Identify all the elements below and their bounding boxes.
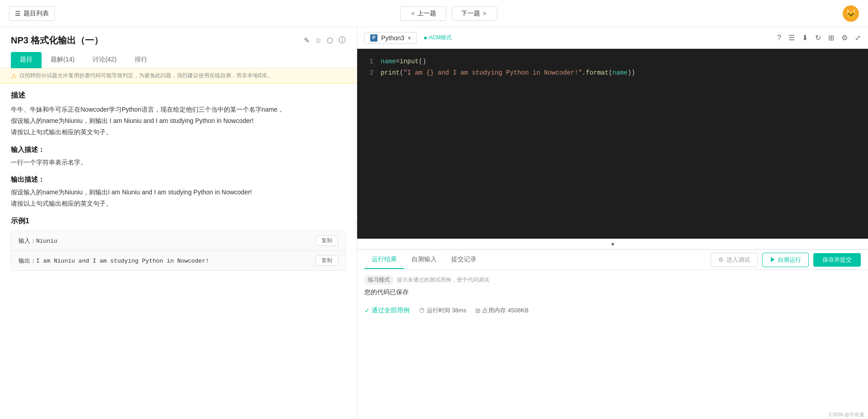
tab-run-result[interactable]: 运行结果 xyxy=(364,251,404,269)
debug-icon: ⚙ xyxy=(718,256,724,263)
code-content: print("I am {} and I am studying Python … xyxy=(381,67,635,79)
tab-solution[interactable]: 题解(14) xyxy=(42,52,84,68)
tab-ranking[interactable]: 排行 xyxy=(126,52,156,68)
nav-buttons: ＜ 上一题 下一题 ＞ xyxy=(400,6,498,21)
memory-icon: ⊞ xyxy=(475,307,481,314)
bottom-actions: ⚙ 进入调试 ▶ 自测运行 保存并提交 xyxy=(711,253,861,267)
bottom-panel: 运行结果 自测输入 提交记录 ⚙ 进入调试 ▶ 自测运行 xyxy=(357,250,868,325)
acm-dot xyxy=(424,37,427,39)
output-title: 输出描述： xyxy=(11,175,346,184)
tab-submit-history[interactable]: 提交记录 xyxy=(444,251,484,269)
saved-text: 您的代码已保存 xyxy=(364,288,861,297)
download-icon[interactable]: ⬇ xyxy=(802,33,808,42)
collapse-button[interactable]: ▾ xyxy=(357,239,868,250)
warning-icon: ⚠ xyxy=(11,72,17,80)
problem-title-row: NP3 格式化输出（一） ✎ ☆ ⬡ ⓘ xyxy=(11,34,346,47)
chevron-down-icon: ▾ xyxy=(611,240,614,248)
language-label: Python3 xyxy=(381,34,404,42)
chevron-down-icon: ▾ xyxy=(408,34,411,42)
drag-handle[interactable]: ⋮ xyxy=(353,210,357,237)
example-title: 示例1 xyxy=(11,217,346,226)
clock-icon: ⏱ xyxy=(419,307,425,314)
success-row: ✓ 通过全部用例 ⏱ 运行时间 38ms ⊞ 占用内存 4508KB xyxy=(364,302,861,319)
problem-title: NP3 格式化输出（一） xyxy=(11,34,103,47)
info-icon[interactable]: ⓘ xyxy=(339,36,346,45)
code-content: name=input() xyxy=(381,56,426,67)
problem-list-label: 题目列表 xyxy=(24,9,49,18)
practice-hint: 提示未通过的测试用例，便于代码调试 xyxy=(397,276,489,284)
header: ☰ 题目列表 ＜ 上一题 下一题 ＞ 🐱 xyxy=(0,0,868,27)
description-title: 描述 xyxy=(11,91,346,100)
editor-tools: ? ☰ ⬇ ↻ ⊞ ⚙ ⤢ xyxy=(777,33,861,42)
example-output-text: 输出：I am Niuniu and I am studying Python … xyxy=(19,257,209,265)
star-icon[interactable]: ☆ xyxy=(315,36,321,45)
bottom-tabs: 运行结果 自测输入 提交记录 xyxy=(364,251,484,269)
fullscreen-icon[interactable]: ⤢ xyxy=(855,33,861,42)
problem-icons: ✎ ☆ ⬡ ⓘ xyxy=(304,36,346,45)
tab-discussion[interactable]: 讨论(42) xyxy=(84,52,126,68)
example-output-row: 输出：I am Niuniu and I am studying Python … xyxy=(11,251,345,270)
result-area: 练习模式 提示未通过的测试用例，便于代码调试 您的代码已保存 ✓ 通过全部用例 … xyxy=(357,270,868,325)
check-icon: ✓ xyxy=(364,307,370,314)
layout-icon[interactable]: ⊞ xyxy=(828,33,834,42)
main-layout: NP3 格式化输出（一） ✎ ☆ ⬡ ⓘ 题目 题解(14) 讨论(42) xyxy=(0,27,868,419)
description-content: 牛牛、牛妹和牛可乐正在Nowcoder学习Python语言，现在给定他们三个当中… xyxy=(11,104,346,138)
run-button[interactable]: ▶ 自测运行 xyxy=(762,253,809,267)
footer-text: CSDN @不良俊 xyxy=(826,410,868,419)
avatar[interactable]: 🐱 xyxy=(843,5,859,22)
list-icon: ☰ xyxy=(15,10,21,17)
tabs: 题目 题解(14) 讨论(42) 排行 xyxy=(11,52,346,68)
input-content: 一行一个字符串表示名字。 xyxy=(11,157,346,168)
example-section: 示例1 输入：Niuniu 复制 输出：I am Niuniu and I am… xyxy=(11,217,346,271)
acm-mode: ACM模式 xyxy=(424,34,452,42)
edit-icon[interactable]: ✎ xyxy=(304,36,310,45)
left-panel: NP3 格式化输出（一） ✎ ☆ ⬡ ⓘ 题目 题解(14) 讨论(42) xyxy=(0,27,357,419)
problem-content: ⚠ 仅招聘部分试题允许复用抄袭代码可能导致判定，为避免此问题，强烈建议使用在线自… xyxy=(0,68,357,419)
acm-mode-label: ACM模式 xyxy=(429,34,452,42)
copy-output-button[interactable]: 复制 xyxy=(316,255,338,266)
settings-icon[interactable]: ⚙ xyxy=(841,33,848,42)
right-panel: P Python3 ▾ ACM模式 ? ☰ ⬇ ↻ ⊞ ⚙ ⤢ xyxy=(357,27,868,419)
warning-text: 仅招聘部分试题允许复用抄袭代码可能导致判定，为避免此问题，强烈建议使用在线自测，… xyxy=(19,72,273,80)
line-number: 1 xyxy=(364,56,373,67)
copy-input-button[interactable]: 复制 xyxy=(316,235,338,246)
code-line-1: 1 name=input() xyxy=(364,56,861,67)
input-section: 输入描述： 一行一个字符串表示名字。 xyxy=(11,146,346,168)
description-section: 描述 牛牛、牛妹和牛可乐正在Nowcoder学习Python语言，现在给定他们三… xyxy=(11,91,346,138)
input-title: 输入描述： xyxy=(11,146,346,154)
code-line-2: 2 print("I am {} and I am studying Pytho… xyxy=(364,67,861,79)
warning-bar: ⚠ 仅招聘部分试题允许复用抄袭代码可能导致判定，为避免此问题，强烈建议使用在线自… xyxy=(0,68,357,84)
tab-problem[interactable]: 题目 xyxy=(11,52,42,68)
memory-stat: ⊞ 占用内存 4508KB xyxy=(475,306,528,315)
practice-badge: 练习模式 xyxy=(364,275,393,285)
example-box: 输入：Niuniu 复制 输出：I am Niuniu and I am stu… xyxy=(11,231,346,271)
drag-dots-icon: ⋮ xyxy=(351,218,357,228)
bottom-tabs-row: 运行结果 自测输入 提交记录 ⚙ 进入调试 ▶ 自测运行 xyxy=(357,250,868,270)
example-input-text: 输入：Niuniu xyxy=(19,237,57,245)
next-button[interactable]: 下一题 ＞ xyxy=(452,6,498,21)
prev-button[interactable]: ＜ 上一题 xyxy=(400,6,446,21)
success-badge: ✓ 通过全部用例 xyxy=(364,306,410,315)
output-section: 输出描述： 假设输入的name为Niuniu，则输出I am Niuniu an… xyxy=(11,175,346,209)
python-icon: P xyxy=(370,34,377,42)
header-right: 🐱 xyxy=(843,5,859,22)
practice-mode-row: 练习模式 提示未通过的测试用例，便于代码调试 xyxy=(364,275,861,285)
submit-button[interactable]: 保存并提交 xyxy=(813,253,861,267)
run-time-stat: ⏱ 运行时间 38ms xyxy=(419,306,466,315)
debug-button[interactable]: ⚙ 进入调试 xyxy=(711,253,758,267)
help-icon[interactable]: ? xyxy=(777,34,781,42)
editor-header: P Python3 ▾ ACM模式 ? ☰ ⬇ ↻ ⊞ ⚙ ⤢ xyxy=(357,27,868,49)
share-icon[interactable]: ⬡ xyxy=(327,36,333,45)
language-selector[interactable]: P Python3 ▾ xyxy=(364,32,417,44)
list-icon[interactable]: ☰ xyxy=(788,33,795,42)
line-number: 2 xyxy=(364,67,373,79)
problem-list-button[interactable]: ☰ 题目列表 xyxy=(9,6,55,21)
problem-header: NP3 格式化输出（一） ✎ ☆ ⬡ ⓘ 题目 题解(14) 讨论(42) xyxy=(0,27,357,68)
tab-test-input[interactable]: 自测输入 xyxy=(404,251,444,269)
output-content: 假设输入的name为Niuniu，则输出I am Niuniu and I am… xyxy=(11,187,346,209)
example-input-row: 输入：Niuniu 复制 xyxy=(11,231,345,251)
refresh-icon[interactable]: ↻ xyxy=(815,33,821,42)
code-editor[interactable]: 1 name=input() 2 print("I am {} and I am… xyxy=(357,49,868,239)
